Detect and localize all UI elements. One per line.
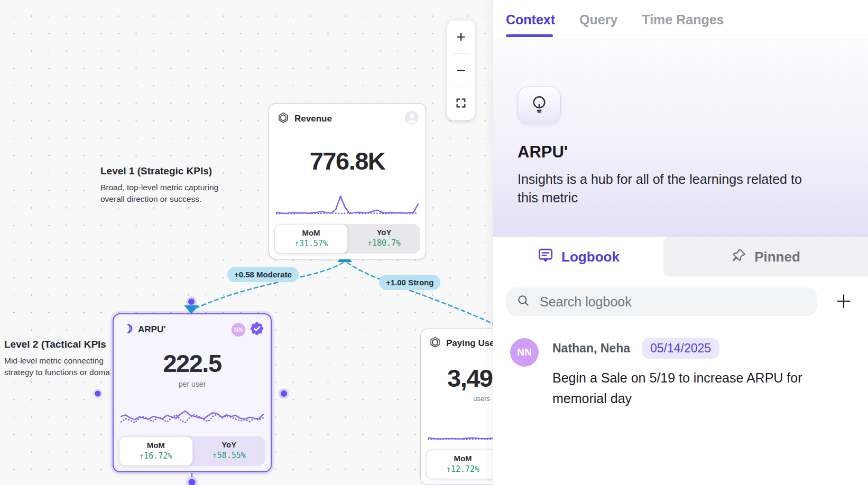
yoy-label: YoY [348, 228, 420, 237]
crescent-moon-icon [122, 323, 133, 337]
tab-pinned[interactable]: Pinned [663, 237, 868, 277]
tab-time-ranges[interactable]: Time Ranges [642, 0, 724, 40]
yoy-value: ↑180.7% [348, 238, 420, 248]
verified-check-badge [250, 321, 264, 338]
insight-tile [518, 86, 561, 124]
fullscreen-icon [455, 95, 467, 113]
hexagon-metric-icon [277, 111, 290, 126]
arpu-right-handle[interactable] [279, 388, 289, 399]
context-panel: Context Query Time Ranges ARPU' Insights… [493, 0, 868, 485]
paying-users-sparkline [428, 416, 493, 443]
mom-value: ↑16.72% [119, 451, 192, 461]
metric-unit: per user [114, 380, 271, 388]
mom-segment[interactable]: MoM ↑31.57% [274, 224, 348, 254]
arpu-top-handle[interactable] [186, 296, 197, 307]
metric-card-arpu[interactable]: ARPU' NN 222.5 [113, 313, 272, 472]
panel-metric-title: ARPU' [518, 143, 844, 162]
card-title: Paying Users' [446, 338, 493, 349]
panel-metric-description: Insights is a hub for all of the learnin… [518, 170, 824, 207]
entry-date-badge: 05/14/2025 [642, 338, 719, 359]
collaborator-badge: NN [232, 323, 245, 337]
yoy-segment[interactable]: YoY ↑180.7% [348, 224, 420, 254]
fit-view-button[interactable] [447, 87, 475, 120]
mom-segment[interactable]: MoM ↑16.72% [119, 436, 193, 466]
yoy-label: YoY [193, 440, 266, 449]
level-2-title: Level 2 (Tactical KPIs [4, 339, 113, 350]
period-toggle: MoM ↑31.57% YoY ↑180.7% [274, 224, 420, 254]
level-1-annotation[interactable]: Level 1 (Strategic KPIs) Broad, top-leve… [100, 165, 227, 205]
entry-text: Begin a Sale on 5/19 to increase ARPU fo… [552, 368, 819, 409]
lightbulb-icon [529, 94, 550, 117]
period-toggle: MoM ↑16.72% YoY ↑58.55% [119, 436, 265, 466]
tab-query[interactable]: Query [579, 0, 617, 40]
revenue-sparkline [276, 191, 419, 217]
canvas-zoom-toolbar: + − [447, 20, 475, 120]
logbook-search[interactable] [506, 287, 817, 316]
metric-value: 3,49 [421, 363, 493, 393]
card-title: Revenue [294, 114, 332, 124]
owner-avatar-icon [404, 110, 419, 127]
arpu-left-handle[interactable] [93, 389, 103, 398]
pushpin-icon [731, 247, 747, 267]
entry-author: Nathan, Neha [552, 341, 630, 356]
zoom-out-button[interactable]: − [447, 54, 475, 87]
logbook-entry[interactable]: NN Nathan, Neha 05/14/2025 Begin a Sale … [493, 316, 868, 409]
mom-value: ↑12.72% [427, 464, 493, 474]
correlation-badge-moderate[interactable]: +0.58 Moderate [227, 267, 299, 282]
metric-tree-app: Level 1 (Strategic KPIs) Broad, top-leve… [0, 0, 868, 485]
tab-logbook-label: Logbook [561, 249, 620, 265]
zoom-in-button[interactable]: + [447, 21, 475, 53]
hexagon-metric-icon [429, 336, 441, 351]
metric-value: 776.8K [269, 146, 426, 175]
level-1-title: Level 1 (Strategic KPIs) [100, 165, 227, 177]
metric-unit: users [421, 395, 493, 403]
metric-value: 222.5 [114, 349, 271, 378]
level-2-description: Mid-level metric connecting strategy to … [4, 355, 113, 378]
level-2-annotation[interactable]: Level 2 (Tactical KPIs Mid-level metric … [4, 339, 113, 378]
arpu-bottom-handle[interactable] [186, 477, 198, 485]
correlation-badge-strong[interactable]: +1.00 Strong [379, 275, 440, 290]
arrowhead-into-arpu [184, 305, 199, 314]
entry-avatar: NN [510, 338, 539, 367]
metric-card-paying-users[interactable]: Paying Users' 3,49 users MoM ↑12.72% [420, 329, 493, 485]
search-icon [516, 294, 530, 310]
tab-logbook[interactable]: Logbook [493, 237, 663, 277]
edge-payingusers-to-revenue [347, 263, 493, 325]
tab-pinned-label: Pinned [754, 249, 800, 265]
add-log-entry-button[interactable] [832, 290, 855, 313]
yoy-segment[interactable]: YoY ↑58.55% [193, 436, 266, 466]
period-toggle: MoM ↑12.72% [426, 450, 493, 479]
mom-label: MoM [275, 228, 347, 237]
tab-context[interactable]: Context [506, 0, 555, 40]
plus-icon [835, 293, 852, 311]
mom-segment[interactable]: MoM ↑12.72% [426, 450, 493, 479]
level-1-description: Broad, top-level metric capturing overal… [100, 182, 227, 205]
panel-tab-bar: Context Query Time Ranges [493, 0, 868, 40]
card-title: ARPU' [138, 324, 165, 335]
search-input[interactable] [539, 294, 807, 310]
metric-card-revenue[interactable]: Revenue 776.8K MoM ↑31.57% YoY ↑180.7 [269, 103, 426, 259]
logbook-search-row [493, 277, 868, 316]
entry-body: Nathan, Neha 05/14/2025 Begin a Sale on … [552, 338, 819, 409]
logbook-pinned-tabs: Logbook Pinned [493, 237, 868, 277]
metric-context-header: ARPU' Insights is a hub for all of the l… [493, 40, 868, 237]
mom-value: ↑31.57% [275, 239, 347, 248]
metric-tree-canvas[interactable]: Level 1 (Strategic KPIs) Broad, top-leve… [0, 0, 493, 485]
logbook-chat-icon [537, 247, 554, 267]
yoy-value: ↑58.55% [193, 451, 266, 460]
mom-label: MoM [119, 441, 192, 450]
arpu-sparkline [121, 403, 264, 430]
mom-label: MoM [427, 454, 493, 463]
